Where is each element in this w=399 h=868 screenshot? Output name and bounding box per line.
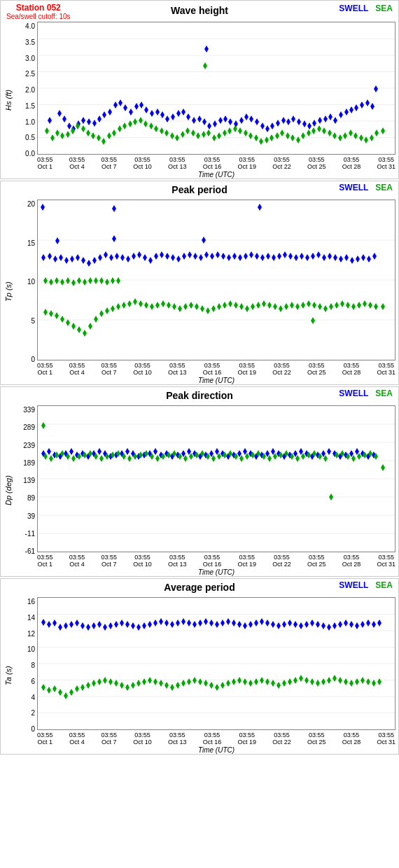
x-tick-11: 03:55Oct 31 xyxy=(377,362,396,376)
svg-marker-242 xyxy=(144,302,148,309)
svg-marker-108 xyxy=(227,127,232,134)
svg-marker-33 xyxy=(176,110,181,117)
x-tick-2: 03:55Oct 4 xyxy=(69,554,85,568)
x-tick-6: 03:55Oct 16 xyxy=(203,362,222,376)
svg-marker-468 xyxy=(276,622,281,629)
svg-marker-443 xyxy=(136,624,141,631)
x-tick-1: 03:55Oct 1 xyxy=(37,362,53,376)
x-tick-11: 03:55Oct 31 xyxy=(377,732,396,746)
svg-marker-434 xyxy=(86,624,90,631)
svg-marker-155 xyxy=(104,251,108,258)
svg-marker-196 xyxy=(333,254,337,261)
svg-marker-546 xyxy=(372,680,376,687)
svg-marker-432 xyxy=(75,620,79,626)
svg-marker-181 xyxy=(249,251,253,258)
svg-marker-464 xyxy=(254,620,258,626)
legend-sea: SEA xyxy=(375,183,393,192)
svg-marker-21 xyxy=(113,102,118,108)
svg-marker-260 xyxy=(245,305,249,312)
svg-marker-472 xyxy=(299,622,303,629)
svg-marker-69 xyxy=(365,99,370,106)
svg-marker-520 xyxy=(226,680,230,687)
svg-marker-531 xyxy=(288,678,292,685)
svg-marker-64 xyxy=(339,111,343,118)
svg-marker-44 xyxy=(234,120,238,127)
svg-marker-189 xyxy=(294,254,298,261)
svg-marker-529 xyxy=(276,682,281,689)
svg-marker-180 xyxy=(244,253,248,260)
svg-marker-214 xyxy=(66,277,70,284)
svg-marker-508 xyxy=(159,680,163,687)
svg-marker-157 xyxy=(115,253,119,260)
svg-marker-222 xyxy=(111,277,115,284)
x-tick-5: 03:55Oct 13 xyxy=(168,732,187,746)
x-axis-title: Time (UTC) xyxy=(37,171,396,178)
svg-marker-253 xyxy=(206,307,210,314)
svg-marker-195 xyxy=(328,253,332,260)
svg-marker-502 xyxy=(125,684,130,691)
svg-marker-12 xyxy=(67,122,71,130)
svg-marker-503 xyxy=(131,682,135,689)
svg-marker-441 xyxy=(125,621,130,628)
x-tick-2: 03:55Oct 4 xyxy=(69,362,85,376)
svg-marker-47 xyxy=(249,115,253,122)
x-tick-4: 03:55Oct 10 xyxy=(133,554,152,568)
svg-marker-513 xyxy=(187,678,191,685)
svg-marker-439 xyxy=(114,621,118,628)
svg-marker-173 xyxy=(204,251,209,258)
legend-swell: SWELL xyxy=(339,183,368,192)
svg-marker-43 xyxy=(228,118,232,125)
svg-marker-408 xyxy=(329,493,333,500)
svg-marker-179 xyxy=(238,254,242,261)
svg-marker-458 xyxy=(220,620,225,626)
svg-marker-275 xyxy=(329,303,333,310)
x-tick-1: 03:55Oct 1 xyxy=(37,554,53,568)
svg-marker-506 xyxy=(148,677,152,684)
x-ticks-row: 03:55Oct 1 03:55Oct 4 03:55Oct 7 03:55Oc… xyxy=(37,731,396,746)
svg-marker-517 xyxy=(209,682,214,689)
svg-marker-174 xyxy=(210,253,214,260)
svg-marker-152 xyxy=(87,260,91,267)
svg-marker-429 xyxy=(58,624,62,631)
y-axis-container: Ta (s) 16 14 12 10 8 6 4 2 0 xyxy=(4,597,37,754)
svg-marker-219 xyxy=(94,277,98,284)
svg-marker-118 xyxy=(280,130,284,136)
svg-marker-160 xyxy=(132,253,136,260)
svg-marker-178 xyxy=(232,253,237,260)
svg-marker-63 xyxy=(333,117,337,124)
svg-marker-282 xyxy=(368,302,372,309)
svg-marker-471 xyxy=(293,621,298,628)
svg-marker-186 xyxy=(277,253,281,260)
svg-marker-83 xyxy=(97,134,101,141)
svg-marker-235 xyxy=(105,307,109,314)
svg-marker-24 xyxy=(129,108,133,115)
svg-marker-230 xyxy=(77,326,81,333)
svg-marker-123 xyxy=(307,130,311,136)
svg-marker-19 xyxy=(102,111,106,118)
svg-marker-106 xyxy=(217,132,221,139)
svg-marker-427 xyxy=(47,621,51,628)
svg-marker-509 xyxy=(164,682,169,689)
svg-marker-493 xyxy=(75,685,79,692)
svg-marker-86 xyxy=(112,130,116,136)
svg-marker-490 xyxy=(58,689,62,696)
svg-marker-315 xyxy=(153,448,158,455)
svg-marker-278 xyxy=(346,302,350,309)
svg-marker-84 xyxy=(102,138,106,145)
svg-marker-207 xyxy=(55,237,59,244)
svg-marker-266 xyxy=(279,305,283,312)
svg-marker-483 xyxy=(360,621,365,628)
chart-title: Peak period xyxy=(6,184,393,195)
svg-marker-159 xyxy=(126,255,130,262)
svg-marker-112 xyxy=(248,132,253,139)
x-tick-7: 03:55Oct 19 xyxy=(237,362,256,376)
avg-period-svg xyxy=(38,598,395,729)
svg-marker-27 xyxy=(144,106,148,113)
svg-marker-39 xyxy=(207,122,211,130)
svg-marker-120 xyxy=(290,134,295,141)
svg-marker-70 xyxy=(370,103,374,110)
svg-marker-232 xyxy=(88,323,92,330)
svg-marker-147 xyxy=(59,254,63,261)
y-axis-title: Dp (deg) xyxy=(4,405,13,576)
svg-marker-161 xyxy=(137,251,141,258)
